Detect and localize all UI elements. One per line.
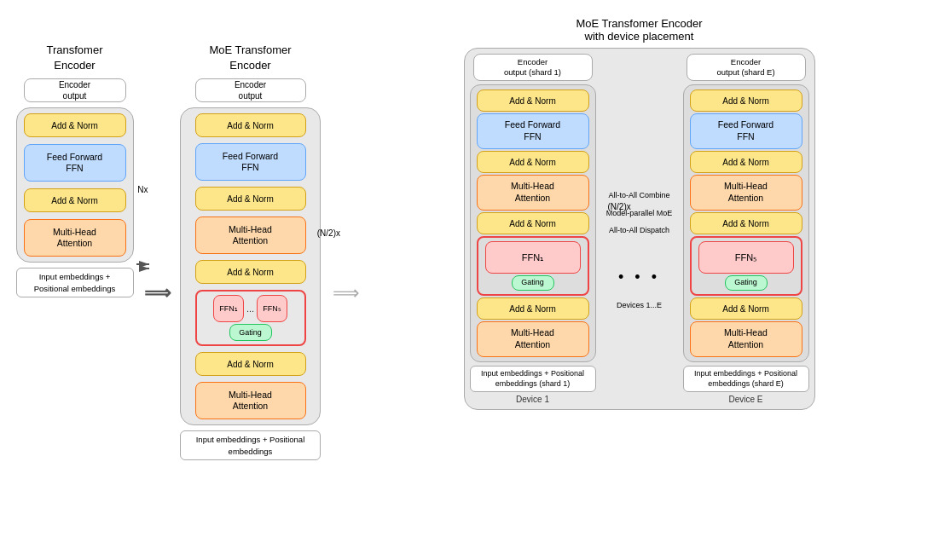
s3-d1-add-norm-moe: Add & Norm <box>477 212 589 234</box>
s2-title: MoE Transfomer Encoder <box>209 43 291 73</box>
s3-dE-add-norm-top: Add & Norm <box>690 89 802 112</box>
s3-dE-moe-box: FFN₅ Gating <box>690 236 802 296</box>
s3-dE-gating: Gating <box>725 275 768 291</box>
s3-nx-label: (N/2)x <box>608 202 631 211</box>
s2-moe-box: FFN₁ ... FFN₅ Gating <box>195 290 306 346</box>
moe-device-section: MoE Transfomer Encoder with device place… <box>360 17 918 410</box>
s2-add-norm-top: Add & Norm <box>195 113 306 137</box>
s3-dE-encoder-output: Encoder output (shard E) <box>687 54 806 81</box>
s3-d1-ffn: Feed Forward FFN <box>477 113 589 149</box>
s3-dE-attention-bot: Multi-Head Attention <box>690 321 802 357</box>
s3-d1-encoder-output: Encoder output (shard 1) <box>473 54 593 81</box>
s3-middle-col: All-to-All Combine Model-parallel MoE Al… <box>601 54 678 310</box>
s2-add-norm-moe: Add & Norm <box>195 260 306 284</box>
s3-d1-add-norm-bot: Add & Norm <box>477 297 589 320</box>
diagram-container: Transfomer Encoder Encoder output Nx Add… <box>0 0 927 560</box>
s3-dE-add-norm-bot: Add & Norm <box>690 297 802 320</box>
s3-all-to-all-combine: All-to-All Combine <box>608 190 669 201</box>
s3-d1-moe-box: FFN₁ Gating <box>477 236 589 296</box>
s3-outer-box: (N/2)x Encoder output (shard 1) Add & No… <box>464 48 815 410</box>
s2-add-norm-mid: Add & Norm <box>195 187 306 211</box>
arrow1-icon: ⟹ <box>144 282 168 304</box>
s3-dE-label: Device E <box>728 395 762 404</box>
transformer-encoder-section: Transfomer Encoder Encoder output Nx Add… <box>9 17 141 297</box>
moe-encoder-section: MoE Transfomer Encoder Encoder output (N… <box>171 17 329 460</box>
s3-device1-col: Encoder output (shard 1) Add & Norm Feed… <box>470 54 596 404</box>
s1-nx-label: Nx <box>137 185 148 194</box>
s3-d1-attention-top: Multi-Head Attention <box>477 175 589 211</box>
s2-add-norm-bot: Add & Norm <box>195 352 306 376</box>
s3-d1-label: Device 1 <box>516 395 549 404</box>
s3-d1-add-norm-mid: Add & Norm <box>477 151 589 173</box>
s1-input: Input embeddings + Positional embeddings <box>16 268 134 297</box>
s2-ffnE: FFN₅ <box>257 295 287 322</box>
s2-ffn-top: Feed Forward FFN <box>195 143 306 181</box>
s2-encoder-box: (N/2)x Add & Norm Feed Forward FFN Add &… <box>180 107 321 425</box>
s3-dE-attention-top: Multi-Head Attention <box>690 175 802 211</box>
s1-encoder-box: Nx Add & Norm Feed Forward FFN Add & Nor… <box>16 107 134 263</box>
s3-dE-ffn: Feed Forward FFN <box>690 113 802 149</box>
s1-add-norm-2: Add & Norm <box>24 188 126 212</box>
s3-dE-add-norm-moe: Add & Norm <box>690 212 802 234</box>
s3-dots: • • • <box>618 268 660 286</box>
arrow2-icon: ⟹ <box>333 282 356 304</box>
s3-d1-gating: Gating <box>512 275 554 291</box>
s3-dE-input: Input embeddings + Positional embeddings… <box>683 366 809 392</box>
s3-title: MoE Transfomer Encoder with device place… <box>576 17 702 43</box>
s3-device1-inner: Add & Norm Feed Forward FFN Add & Norm M… <box>470 84 596 362</box>
s3-d1-input: Input embeddings + Positional embeddings… <box>470 366 596 392</box>
s2-dots: ... <box>246 303 254 314</box>
s2-encoder-output: Encoder output <box>195 78 306 102</box>
s3-deviceE-inner: Add & Norm Feed Forward FFN Add & Norm M… <box>683 84 809 362</box>
s2-attention-top: Multi-Head Attention <box>195 216 306 254</box>
s2-attention-bot: Multi-Head Attention <box>195 382 306 419</box>
s2-ffn1: FFN₁ <box>213 295 244 322</box>
s3-d1-ffn1: FFN₁ <box>485 241 581 274</box>
s3-devices-label: Devices 1...E <box>617 300 662 311</box>
s2-nx-label: (N/2)x <box>317 228 340 238</box>
s3-dE-ffnE: FFN₅ <box>698 241 794 274</box>
arrow2: ⟹ <box>333 282 356 304</box>
s3-deviceE-col: Encoder output (shard E) Add & Norm Feed… <box>683 54 809 404</box>
s1-encoder-output: Encoder output <box>24 78 126 102</box>
s3-d1-add-norm-top: Add & Norm <box>477 89 589 112</box>
s2-ffn-row: FFN₁ ... FFN₅ <box>213 295 287 322</box>
s1-add-norm-1: Add & Norm <box>24 113 126 137</box>
s3-dE-add-norm-mid: Add & Norm <box>690 151 802 173</box>
s3-all-to-all-dispatch: All-to-All Dispatch <box>609 225 669 236</box>
s1-attention: Multi-Head Attention <box>24 219 126 257</box>
s3-d1-attention-bot: Multi-Head Attention <box>477 321 589 357</box>
s2-gating: Gating <box>229 324 272 341</box>
s2-input: Input embeddings + Positional embeddings <box>180 430 321 460</box>
s1-ffn: Feed Forward FFN <box>24 144 126 182</box>
arrow1: ⟹ <box>144 282 168 304</box>
s1-title: Transfomer Encoder <box>47 43 103 73</box>
